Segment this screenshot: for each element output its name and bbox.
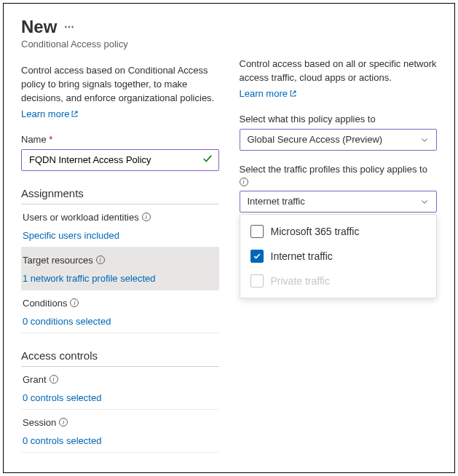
grant-label: Grant [23, 374, 47, 385]
valid-check-icon [202, 154, 213, 166]
session-row[interactable]: Session i 0 controls selected [21, 410, 219, 453]
info-icon[interactable]: i [240, 178, 248, 186]
page-subtitle: Conditional Access policy [21, 39, 219, 49]
applies-label: Select what this policy applies to [240, 114, 438, 124]
grant-row[interactable]: Grant i 0 controls selected [21, 367, 219, 410]
external-link-icon [71, 110, 79, 118]
right-description: Control access based on all or specific … [240, 57, 438, 85]
more-menu-button[interactable]: ⋯ [64, 21, 75, 33]
info-icon[interactable]: i [96, 255, 105, 264]
chevron-down-icon [420, 197, 429, 206]
traffic-dropdown: Microsoft 365 traffic Internet traffic P… [240, 214, 438, 298]
name-input[interactable] [28, 154, 202, 166]
users-row[interactable]: Users or workload identities i Specific … [21, 205, 219, 247]
grant-value[interactable]: 0 controls selected [23, 392, 218, 403]
session-value[interactable]: 0 controls selected [23, 435, 218, 446]
conditions-label: Conditions [23, 298, 67, 309]
learn-more-link-right[interactable]: Learn more [240, 88, 297, 99]
option-m365[interactable]: Microsoft 365 traffic [240, 219, 437, 244]
traffic-label: Select the traffic profiles this policy … [240, 164, 438, 186]
learn-more-link-left[interactable]: Learn more [21, 108, 79, 119]
external-link-icon [289, 90, 297, 98]
option-internet[interactable]: Internet traffic [240, 244, 437, 269]
chevron-down-icon [420, 135, 429, 144]
option-private: Private traffic [240, 269, 437, 293]
applies-select[interactable]: Global Secure Access (Preview) [240, 129, 438, 151]
option-label: Microsoft 365 traffic [271, 226, 360, 237]
traffic-value: Internet traffic [248, 196, 305, 207]
info-icon[interactable]: i [142, 213, 151, 221]
target-row[interactable]: Target resources i 1 network traffic pro… [21, 247, 219, 290]
learn-more-text: Learn more [21, 108, 69, 119]
checkbox-disabled [250, 274, 264, 287]
option-label: Internet traffic [271, 250, 333, 262]
info-icon[interactable]: i [70, 298, 79, 307]
controls-heading: Access controls [21, 349, 219, 367]
traffic-select[interactable]: Internet traffic [240, 191, 438, 213]
target-value[interactable]: 1 network traffic profile selected [23, 273, 218, 284]
checkbox-unchecked[interactable] [250, 225, 264, 238]
target-label: Target resources [23, 255, 93, 266]
conditions-row[interactable]: Conditions i 0 conditions selected [21, 290, 219, 333]
applies-value: Global Secure Access (Preview) [248, 134, 383, 145]
users-value[interactable]: Specific users included [23, 230, 218, 241]
session-label: Session [23, 417, 56, 428]
learn-more-text: Learn more [240, 88, 288, 99]
info-icon[interactable]: i [59, 418, 68, 427]
title-text: New [21, 17, 57, 37]
left-description: Control access based on Conditional Acce… [21, 64, 219, 106]
info-icon[interactable]: i [50, 375, 58, 384]
option-label: Private traffic [271, 275, 330, 287]
name-label: Name * [21, 134, 219, 145]
conditions-value[interactable]: 0 conditions selected [23, 316, 218, 327]
assignments-heading: Assignments [21, 187, 219, 205]
name-input-box[interactable] [21, 149, 219, 171]
checkbox-checked[interactable] [250, 250, 264, 263]
users-label: Users or workload identities [23, 212, 139, 223]
page-title: New ⋯ [21, 17, 219, 37]
